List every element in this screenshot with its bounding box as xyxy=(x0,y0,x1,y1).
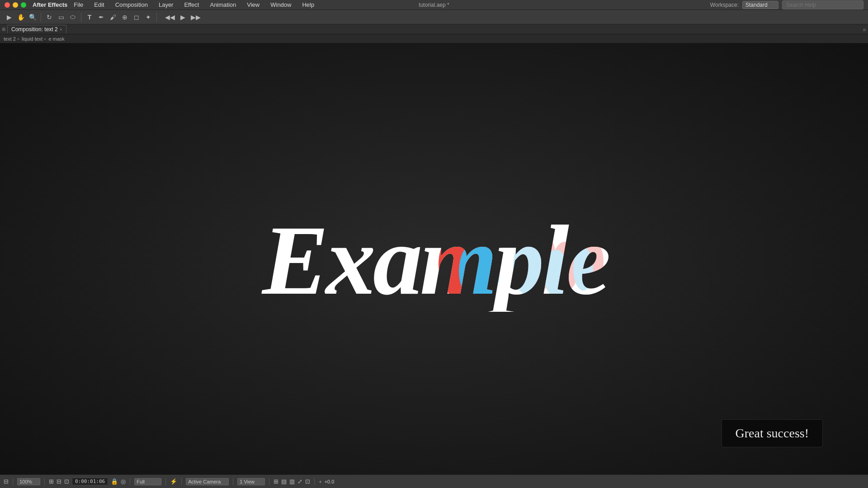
breadcrumb-emask[interactable]: e mask xyxy=(48,36,64,42)
quality-dropdown[interactable]: Full Half Quarter xyxy=(134,478,161,485)
menu-edit[interactable]: Edit xyxy=(92,0,106,9)
comp-tab-text2-label: Composition: text 2 xyxy=(11,26,58,33)
coordinates-label: + xyxy=(319,479,321,484)
fast-preview-icon[interactable]: ⚡ xyxy=(170,478,177,485)
separator-3 xyxy=(156,13,157,22)
breadcrumb-sep-2: ▸ xyxy=(44,36,47,41)
menu-layer[interactable]: Layer xyxy=(157,0,175,9)
view-expand-icon[interactable]: ⤢ xyxy=(297,478,302,485)
menu-animation[interactable]: Animation xyxy=(208,0,238,9)
search-input[interactable] xyxy=(782,0,863,9)
motion-blur-icon[interactable]: ◎ xyxy=(121,478,126,485)
breadcrumb-sep-1: ▸ xyxy=(18,36,20,41)
separator-2 xyxy=(81,13,81,22)
paint-tool[interactable]: 🖌 xyxy=(108,12,118,23)
view-layout-icon-1[interactable]: ⊞ xyxy=(274,478,278,485)
separator-1 xyxy=(41,13,41,22)
close-button[interactable] xyxy=(5,2,10,8)
sep5 xyxy=(181,478,182,485)
eraser-tool[interactable]: ◻ xyxy=(131,12,142,23)
maximize-button[interactable] xyxy=(21,2,26,8)
zoom-control: 100% 50% 200% Fit xyxy=(17,478,40,485)
sep7 xyxy=(269,478,269,485)
canvas-area: Example Example Example Example Great su… xyxy=(0,43,868,474)
sep3 xyxy=(130,478,130,485)
comp-tab-text2[interactable]: Composition: text 2 × xyxy=(7,25,66,33)
play-btn[interactable]: ▶ xyxy=(179,13,187,22)
breadcrumb-bar: text 2 ▸ liquid text ▸ e mask xyxy=(0,34,868,43)
sep4 xyxy=(165,478,166,485)
frame-icon-2[interactable]: ⊟ xyxy=(57,478,61,485)
sep8 xyxy=(314,478,315,485)
view-layout-icon-3[interactable]: ▥ xyxy=(289,478,295,485)
minimize-button[interactable] xyxy=(13,2,18,8)
comp-tabbar: ⊞ Composition: text 2 × » xyxy=(0,24,868,34)
clone-tool[interactable]: ⊕ xyxy=(119,12,130,23)
title-bar: After Effects File Edit Composition Laye… xyxy=(0,0,868,10)
app-name: After Effects xyxy=(33,1,67,8)
sep1 xyxy=(13,478,13,485)
transport-controls: ◀◀ ▶ ▶▶ xyxy=(163,13,203,22)
puppet-tool[interactable]: ✦ xyxy=(143,12,154,23)
traffic-lights xyxy=(0,2,31,8)
menu-composition[interactable]: Composition xyxy=(113,0,150,9)
menu-file[interactable]: File xyxy=(72,0,85,9)
view-layout-icon-2[interactable]: ▤ xyxy=(281,478,287,485)
comp-tab-expand[interactable]: » xyxy=(863,26,866,33)
camera-dropdown[interactable]: Active Camera Camera 1 xyxy=(186,478,229,485)
text-tool[interactable]: T xyxy=(84,12,95,23)
status-bar: ⊟ 100% 50% 200% Fit ⊞ ⊟ ⊡ 0:00:01:06 🔒 ◎… xyxy=(0,474,868,488)
next-frame-btn[interactable]: ▶▶ xyxy=(189,13,203,22)
ellipse-tool[interactable]: ⬭ xyxy=(67,12,78,23)
menu-bar: File Edit Composition Layer Effect Anima… xyxy=(72,0,316,9)
canvas-content: Example Example Example Example Great su… xyxy=(0,43,868,474)
menu-window[interactable]: Window xyxy=(269,0,293,9)
sep6 xyxy=(233,478,233,485)
frame-icon-1[interactable]: ⊞ xyxy=(49,478,54,485)
example-text-svg: Example Example Example Example xyxy=(258,194,610,312)
workspace-area: Workspace: Standard Minimal All Panels xyxy=(710,0,863,9)
breadcrumb-liquidtext[interactable]: liquid text xyxy=(22,36,42,42)
sep2 xyxy=(44,478,45,485)
rotate-tool[interactable]: ↻ xyxy=(44,12,55,23)
timecode-value: 0:00:01:06 xyxy=(72,478,108,485)
frame-icon-3[interactable]: ⊡ xyxy=(64,478,69,485)
comp-icon: ⊞ xyxy=(2,27,5,32)
menu-help[interactable]: Help xyxy=(300,0,316,9)
menu-effect[interactable]: Effect xyxy=(182,0,201,9)
coordinates-value: +0.0 xyxy=(325,479,335,484)
timecode-display: 0:00:01:06 xyxy=(72,478,108,485)
toolbar: ▶ ✋ 🔍 ↻ ▭ ⬭ T ✒ 🖌 ⊕ ◻ ✦ ◀◀ ▶ ▶▶ xyxy=(0,10,868,24)
success-text: Great success! xyxy=(736,426,809,440)
select-tool[interactable]: ▶ xyxy=(4,12,14,23)
comp-tab-close[interactable]: × xyxy=(60,27,62,32)
pen-tool[interactable]: ✒ xyxy=(96,12,107,23)
success-box: Great success! xyxy=(722,419,823,447)
zoom-dropdown[interactable]: 100% 50% 200% Fit xyxy=(17,478,40,485)
zoom-tool[interactable]: 🔍 xyxy=(27,12,38,23)
window-title: tutorial.aep * xyxy=(419,2,449,8)
view-dropdown[interactable]: 1 View 2 Views 4 Views xyxy=(237,478,265,485)
workspace-label: Workspace: xyxy=(710,2,739,8)
breadcrumb-text2[interactable]: text 2 xyxy=(4,36,16,42)
view-safe-icon[interactable]: ⊡ xyxy=(305,478,310,485)
workspace-dropdown[interactable]: Standard Minimal All Panels xyxy=(742,1,778,9)
rectangle-tool[interactable]: ▭ xyxy=(56,12,66,23)
hand-tool[interactable]: ✋ xyxy=(15,12,26,23)
ram-preview-icon: ⊟ xyxy=(4,478,9,485)
prev-frame-btn[interactable]: ◀◀ xyxy=(163,13,177,22)
lock-icon[interactable]: 🔒 xyxy=(111,478,118,485)
ram-icon[interactable]: ⊟ xyxy=(4,478,9,485)
menu-view[interactable]: View xyxy=(245,0,261,9)
